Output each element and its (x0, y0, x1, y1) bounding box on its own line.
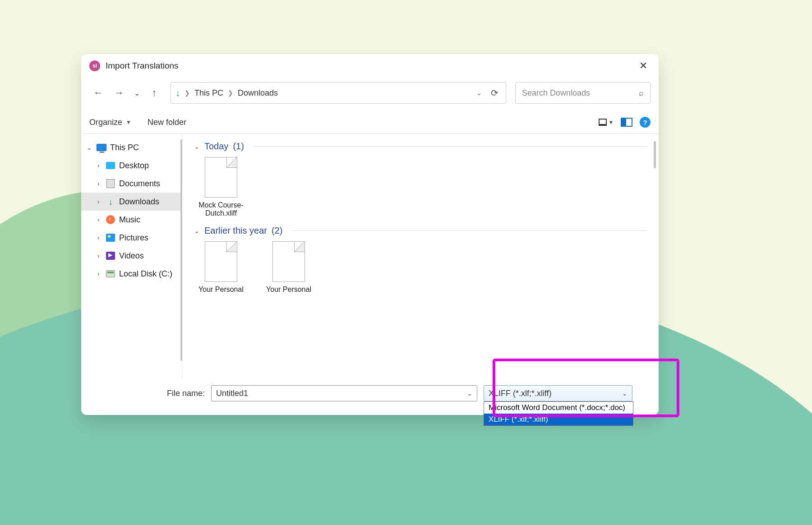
tree-pictures[interactable]: › Pictures (81, 229, 182, 247)
file-name: Your Personal (266, 286, 311, 294)
tree-videos[interactable]: › Videos (81, 247, 182, 265)
downloads-icon: ↓ (108, 197, 113, 207)
file-open-dialog: sl Import Translations ✕ ← → ⌄ ↑ ↓ ❯ Thi… (81, 54, 659, 415)
preview-pane-button[interactable]: ▼ (599, 119, 614, 126)
group-label: Earlier this year (204, 226, 267, 236)
close-icon: ✕ (639, 60, 647, 72)
tree-desktop[interactable]: › Desktop (81, 157, 182, 175)
group-header-today[interactable]: ⌄ Today (1) (194, 141, 647, 152)
refresh-icon: ⟳ (491, 88, 498, 98)
tree-this-pc[interactable]: ⌄ This PC (81, 138, 182, 157)
tree-label: Pictures (119, 233, 148, 243)
group-count: (1) (233, 141, 244, 152)
file-type-option[interactable]: Microsoft Word Document (*.docx;*.doc) (484, 402, 633, 414)
search-input[interactable]: Search Downloads ⌕ (515, 82, 651, 104)
arrow-up-icon: ↑ (152, 87, 157, 99)
organize-menu[interactable]: Organize ▼ (89, 118, 131, 127)
chevron-down-icon: ⌄ (134, 89, 140, 97)
search-icon: ⌕ (639, 88, 644, 98)
tree-local-disk[interactable]: › Local Disk (C:) (81, 265, 182, 283)
collapse-icon[interactable]: ⌄ (86, 144, 93, 151)
expand-icon[interactable]: › (95, 216, 102, 223)
file-item[interactable]: Mock Course-Dutch.xliff (194, 157, 248, 217)
organize-label: Organize (89, 118, 122, 127)
file-type-selected: XLIFF (*.xlf;*.xliff) (489, 389, 552, 398)
expand-icon[interactable]: › (95, 180, 102, 187)
chevron-down-icon[interactable]: ⌄ (622, 390, 627, 397)
sidebar: ⌄ This PC › Desktop › Documents › ↓ Down… (81, 134, 182, 379)
tree-downloads[interactable]: › ↓ Downloads (81, 193, 182, 211)
group-label: Today (204, 141, 228, 152)
chevron-down-icon[interactable]: ⌄ (467, 390, 472, 397)
footer: File name: Untitled1 ⌄ XLIFF (*.xlf;*.xl… (81, 379, 659, 415)
help-icon: ? (640, 117, 651, 128)
address-dropdown-button[interactable]: ⌄ (476, 89, 482, 97)
tree-label: Local Disk (C:) (119, 269, 172, 279)
tree-label: Videos (119, 251, 144, 261)
expand-icon[interactable]: › (95, 270, 102, 277)
arrow-right-icon: → (114, 87, 124, 99)
recent-locations-button[interactable]: ⌄ (131, 84, 143, 102)
breadcrumb-this-pc[interactable]: This PC (194, 88, 223, 98)
file-icon (205, 241, 237, 282)
file-type-select[interactable]: XLIFF (*.xlf;*.xliff) ⌄ Microsoft Word D… (484, 385, 632, 401)
file-type-dropdown: Microsoft Word Document (*.docx;*.doc) X… (484, 401, 633, 426)
file-name-value: Untitled1 (216, 389, 248, 398)
chevron-down-icon: ⌄ (194, 143, 200, 151)
music-icon (106, 215, 115, 224)
file-type-option[interactable]: XLIFF (*.xlf;*.xliff) (484, 414, 633, 425)
tree-music[interactable]: › Music (81, 211, 182, 229)
tree-label: Documents (119, 179, 160, 189)
close-button[interactable]: ✕ (633, 57, 653, 75)
arrow-left-icon: ← (93, 87, 103, 99)
titlebar: sl Import Translations ✕ (81, 54, 659, 78)
chevron-down-icon: ⌄ (194, 227, 200, 235)
chevron-down-icon: ▼ (609, 120, 614, 125)
expand-icon[interactable]: › (95, 252, 102, 259)
group-count: (2) (272, 226, 282, 236)
dialog-title: Import Translations (106, 61, 179, 71)
downloads-icon: ↓ (175, 88, 180, 98)
breadcrumb-downloads[interactable]: Downloads (238, 88, 278, 98)
preview-pane-icon (599, 119, 607, 126)
new-folder-button[interactable]: New folder (148, 118, 186, 127)
back-button[interactable]: ← (89, 84, 107, 102)
app-icon: sl (89, 60, 100, 71)
file-item[interactable]: Your Personal (194, 241, 248, 294)
pictures-icon (106, 234, 115, 242)
up-button[interactable]: ↑ (145, 84, 163, 102)
tree-label: Music (119, 215, 140, 225)
forward-button[interactable]: → (110, 84, 128, 102)
breadcrumb-separator-icon: ❯ (185, 89, 190, 97)
divider (291, 230, 647, 231)
search-placeholder: Search Downloads (522, 88, 590, 98)
tree-documents[interactable]: › Documents (81, 175, 182, 193)
tree-label: Desktop (119, 161, 149, 170)
file-item[interactable]: Your Personal (262, 241, 316, 294)
file-name: Your Personal (198, 286, 244, 294)
address-bar[interactable]: ↓ ❯ This PC ❯ Downloads ⌄ ⟳ (171, 82, 506, 104)
tree-label: This PC (110, 143, 139, 152)
file-icon (205, 157, 237, 198)
nav-row: ← → ⌄ ↑ ↓ ❯ This PC ❯ Downloads ⌄ ⟳ Sear… (81, 78, 659, 112)
pc-icon (97, 144, 106, 151)
file-pane: ⌄ Today (1) Mock Course-Dutch.xliff ⌄ Ea… (182, 134, 659, 379)
file-icon (272, 241, 305, 282)
expand-icon[interactable]: › (95, 234, 102, 241)
view-icon (621, 118, 632, 127)
group-header-earlier[interactable]: ⌄ Earlier this year (2) (194, 226, 647, 236)
desktop-icon (106, 162, 115, 169)
help-button[interactable]: ? (640, 117, 651, 128)
expand-icon[interactable]: › (95, 198, 102, 205)
refresh-button[interactable]: ⟳ (488, 88, 501, 98)
file-name-input[interactable]: Untitled1 ⌄ (211, 385, 477, 401)
tree-label: Downloads (119, 197, 159, 207)
breadcrumb-separator-icon: ❯ (228, 89, 233, 97)
file-pane-scrollbar[interactable] (654, 141, 656, 168)
divider (253, 146, 647, 147)
file-name: Mock Course-Dutch.xliff (194, 201, 248, 217)
expand-icon[interactable]: › (95, 162, 102, 169)
toolbar: Organize ▼ New folder ▼ ? (81, 112, 659, 134)
chevron-down-icon: ▼ (126, 119, 131, 125)
view-options-button[interactable] (621, 118, 632, 127)
